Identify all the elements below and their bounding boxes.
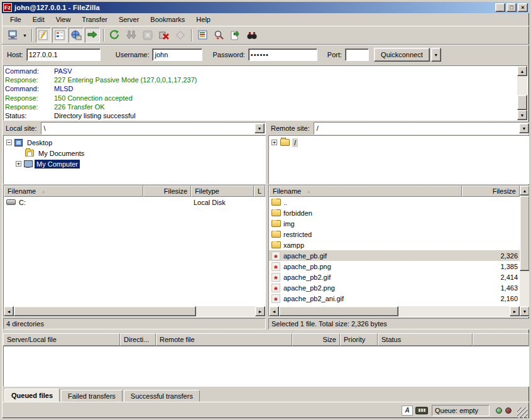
toggle-queue-button[interactable] [85, 28, 100, 43]
menu-bookmarks[interactable]: Bookmarks [145, 14, 190, 25]
expand-icon[interactable]: + [16, 161, 21, 167]
username-input[interactable] [152, 48, 202, 61]
scroll-up-icon[interactable]: ▲ [520, 185, 530, 196]
menu-edit[interactable]: Edit [27, 14, 50, 25]
remote-tree: + / [268, 135, 530, 184]
site-manager-button[interactable] [5, 28, 20, 43]
remote-file-row[interactable]: .. [269, 197, 520, 207]
local-file-row[interactable]: C: Local Disk [4, 197, 265, 207]
column-filetype[interactable]: Filetype [191, 185, 254, 197]
scroll-down-icon[interactable]: ▼ [520, 306, 530, 316]
remote-site-combo[interactable]: / ▼ [314, 122, 530, 135]
tree-item-desktop[interactable]: − Desktop [6, 137, 265, 148]
maximize-button[interactable]: □ [506, 3, 517, 12]
column-size[interactable]: Size [292, 333, 340, 346]
column-priority[interactable]: Priority [340, 333, 378, 346]
scroll-left-icon[interactable]: ◄ [4, 306, 14, 316]
find-files-button[interactable] [244, 28, 260, 43]
column-filename[interactable]: Filename▲ [269, 185, 462, 197]
remote-file-row[interactable]: *apache_pb.png 1,385 [269, 261, 520, 272]
minimize-button[interactable]: _ [495, 3, 505, 12]
close-button[interactable]: × [518, 3, 528, 12]
menu-server[interactable]: Server [113, 14, 145, 25]
scroll-down-icon[interactable]: ▼ [517, 110, 527, 120]
log-text: PASV [54, 67, 72, 75]
title-bar[interactable]: Fz john@127.0.0.1 - FileZilla _ □ × [2, 2, 529, 13]
tab-queued-files[interactable]: Queued files [4, 389, 60, 402]
menu-bar: File Edit View Transfer Server Bookmarks… [2, 13, 529, 26]
cancel-button[interactable] [140, 28, 155, 43]
column-filesize[interactable]: Filesize [462, 185, 520, 197]
local-site-row: Local site: \ ▼ [3, 121, 266, 135]
remote-file-row[interactable]: *apache_pb2_ani.gif 2,160 [269, 293, 520, 304]
reconnect-icon [175, 30, 186, 41]
directory-listing-button[interactable] [195, 28, 211, 43]
scroll-up-icon[interactable]: ▲ [517, 66, 527, 76]
column-status[interactable]: Status [378, 333, 473, 346]
scrollbar-thumb[interactable] [279, 306, 398, 316]
remote-hscrollbar[interactable]: ◄ ► [269, 306, 520, 316]
toggle-log-view-button[interactable] [36, 28, 51, 43]
scrollbar-thumb[interactable] [517, 95, 527, 110]
host-input[interactable] [26, 48, 101, 61]
process-queue-icon [126, 30, 137, 41]
column-direction[interactable]: Directi... [120, 333, 156, 346]
toggle-remote-tree-button[interactable] [68, 28, 84, 43]
column-remote-file[interactable]: Remote file [156, 333, 292, 346]
menu-view[interactable]: View [50, 14, 77, 25]
site-manager-dropdown[interactable]: ▼ [21, 28, 29, 42]
remote-file-row[interactable]: forbidden [269, 207, 520, 218]
process-queue-button[interactable] [124, 28, 139, 43]
tree-item-my-documents[interactable]: My Documents [6, 148, 265, 158]
scroll-right-icon[interactable]: ► [510, 306, 520, 316]
filter-button[interactable] [212, 28, 227, 43]
reconnect-button[interactable] [173, 28, 188, 43]
expand-icon[interactable]: + [271, 140, 277, 145]
local-hscrollbar[interactable]: ◄ ► [4, 306, 265, 316]
column-last-modified[interactable]: L [254, 185, 265, 197]
remote-file-row[interactable]: *apache_pb2.png 1,463 [269, 282, 520, 293]
column-filename[interactable]: Filename▲ [4, 185, 143, 197]
remote-site-label: Remote site: [268, 124, 314, 132]
resize-grip-icon[interactable] [517, 407, 528, 418]
collapse-icon[interactable]: − [6, 140, 12, 145]
remote-file-row[interactable]: xampp [269, 240, 520, 250]
log-label: Status: [5, 112, 54, 119]
tab-successful-transfers[interactable]: Successful transfers [124, 390, 200, 402]
tree-item-root[interactable]: + / [271, 137, 530, 148]
log-scrollbar[interactable]: ▲ ▼ [517, 66, 527, 120]
speed-limit-icon[interactable] [415, 407, 428, 414]
local-site-combo[interactable]: \ ▼ [41, 122, 266, 135]
password-input[interactable] [248, 48, 317, 61]
toggle-local-tree-button[interactable] [52, 28, 67, 43]
combo-dropdown-icon[interactable]: ▼ [255, 123, 265, 133]
transfer-type-icon[interactable]: A [402, 406, 413, 416]
menu-transfer[interactable]: Transfer [76, 14, 113, 25]
disconnect-button[interactable] [156, 28, 172, 43]
remote-vscrollbar[interactable]: ▲ ▼ [520, 185, 530, 316]
log-line: Response:150 Connection accepted [5, 94, 516, 102]
directory-comparison-button[interactable] [228, 28, 243, 43]
port-input[interactable] [345, 48, 369, 61]
quickconnect-dropdown[interactable]: ▼ [431, 48, 441, 62]
remote-file-row[interactable]: img [269, 218, 520, 229]
menu-help[interactable]: Help [190, 14, 216, 25]
scrollbar-thumb[interactable] [520, 196, 530, 271]
tab-failed-transfers[interactable]: Failed transfers [61, 390, 123, 402]
remote-file-row[interactable]: *apache_pb2.gif 2,414 [269, 272, 520, 282]
scroll-left-icon[interactable]: ◄ [269, 306, 279, 316]
quickconnect-button[interactable]: Quickconnect [374, 48, 430, 62]
column-filesize[interactable]: Filesize [143, 185, 191, 197]
scroll-right-icon[interactable]: ► [255, 306, 265, 316]
column-server-local-file[interactable]: Server/Local file [3, 333, 120, 346]
remote-file-row-selected[interactable]: *apache_pb.gif 2,326 [269, 250, 520, 261]
status-bar: A Queue: empty [2, 402, 529, 418]
local-tree: − Desktop My Documents + My Computer [3, 135, 266, 184]
refresh-button[interactable] [107, 28, 123, 43]
scrollbar-thumb[interactable] [14, 306, 196, 316]
combo-dropdown-icon[interactable]: ▼ [519, 123, 529, 133]
tree-item-my-computer[interactable]: + My Computer [6, 158, 265, 169]
site-manager-icon [7, 30, 18, 41]
menu-file[interactable]: File [4, 14, 27, 25]
remote-file-row[interactable]: restricted [269, 229, 520, 240]
